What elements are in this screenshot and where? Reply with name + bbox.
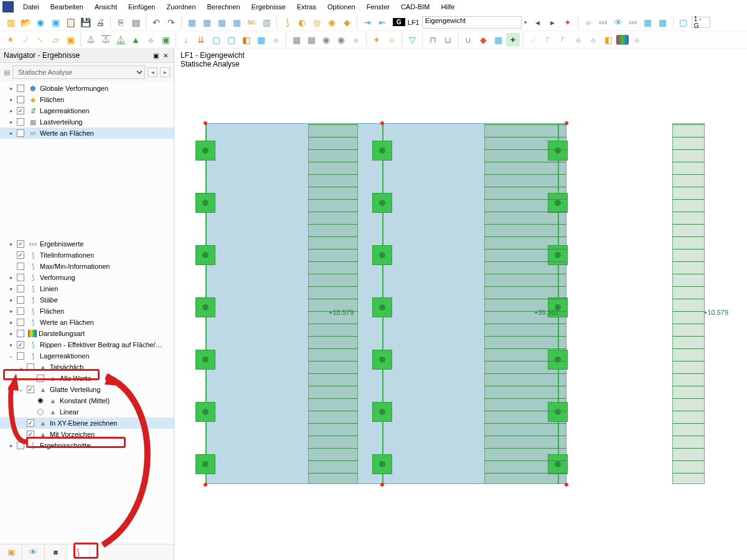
tree-item-actual[interactable]: ⌄▲Tatsächlich bbox=[0, 362, 174, 373]
t2-s2[interactable]: ⟌ bbox=[542, 33, 555, 47]
t2-s1[interactable]: ⟋ bbox=[527, 33, 540, 47]
tree-item-sign[interactable]: ▲Mit Vorzeichen bbox=[0, 429, 174, 440]
t2-sup3[interactable]: ⏅ bbox=[114, 33, 128, 47]
nav-dock-icon[interactable]: ▣ bbox=[151, 51, 160, 60]
t2-load5[interactable]: ◧ bbox=[239, 33, 253, 47]
t2-s4[interactable]: ⟐ bbox=[571, 33, 585, 47]
btn-res3[interactable]: 👁 bbox=[611, 16, 625, 29]
tree-item-ribs[interactable]: ▸⟆Rippen - Effektiver Beitrag auf Fläche… bbox=[0, 339, 174, 350]
btn-loads4[interactable]: ◉ bbox=[325, 16, 339, 29]
btn-new[interactable]: ▥ bbox=[4, 16, 17, 29]
tree-item-support-reactions[interactable]: ▸⇵Lagerreaktionen bbox=[0, 105, 174, 116]
t2-r4[interactable]: ◆ bbox=[476, 33, 490, 47]
view-dropdown[interactable]: 1 - G bbox=[692, 17, 710, 28]
t2-load3[interactable]: ▢ bbox=[209, 33, 223, 47]
btn-res6[interactable]: ▦ bbox=[656, 16, 670, 29]
tree-item-display-type[interactable]: ▸Darstellungsart bbox=[0, 328, 174, 339]
t2-s5[interactable]: ⟐ bbox=[586, 33, 600, 47]
btn-table1[interactable]: ▦ bbox=[185, 16, 199, 29]
tree-item-surfaces2[interactable]: ▸⟆Flächen bbox=[0, 306, 174, 317]
tree-item-title-info[interactable]: ⟆Titelinformationen bbox=[0, 250, 174, 261]
nav-tab-data[interactable]: ▣ bbox=[0, 544, 22, 560]
t2-load7[interactable]: ⟐ bbox=[269, 33, 283, 47]
nav-tab-display[interactable]: 👁 bbox=[22, 544, 45, 560]
t2-load2[interactable]: ⇊ bbox=[194, 33, 208, 47]
t2-sup6[interactable]: ▣ bbox=[159, 33, 172, 47]
t2-calc2[interactable]: ▦ bbox=[304, 33, 318, 47]
tree-item-result-values[interactable]: ▸xxxErgebniswerte bbox=[0, 238, 174, 250]
t2-load6[interactable]: ▦ bbox=[254, 33, 268, 47]
tree-item-surface-values2[interactable]: ▸⟆Werte an Flächen bbox=[0, 317, 174, 328]
btn-save[interactable]: 💾 bbox=[78, 16, 92, 29]
tree-item-constant[interactable]: ▲Konstant (Mittel) bbox=[0, 395, 174, 406]
t2-member[interactable]: ⟍ bbox=[34, 33, 47, 47]
t2-r1[interactable]: ⊓ bbox=[426, 33, 439, 47]
btn-calc[interactable]: ▦ bbox=[230, 16, 243, 29]
menu-ansicht[interactable]: Ansicht bbox=[89, 1, 123, 12]
t2-sup4[interactable]: ▲ bbox=[129, 33, 143, 47]
tree-item-all-values[interactable]: ▲Alle Werte bbox=[0, 373, 174, 384]
tree-item-lines[interactable]: ▸⟆Linien bbox=[0, 283, 174, 294]
tree-item-load-distribution[interactable]: ▸▦Lastverteilung bbox=[0, 116, 174, 128]
menu-hilfe[interactable]: Hilfe bbox=[435, 1, 460, 12]
btn-block[interactable]: ▣ bbox=[49, 16, 62, 29]
t2-calc1[interactable]: ▦ bbox=[289, 33, 303, 47]
nav-tab-results[interactable]: ⟆ bbox=[67, 544, 90, 560]
tree-item-maxmin[interactable]: ⟆Max/Min-Informationen bbox=[0, 261, 174, 272]
menu-optionen[interactable]: Optionen bbox=[322, 1, 361, 12]
btn-open[interactable]: 📂 bbox=[19, 16, 32, 29]
t2-sup1[interactable]: ⏃ bbox=[84, 33, 98, 47]
tree-item-smooth[interactable]: ⌄▲Glatte Verteilung bbox=[0, 384, 174, 395]
t2-last[interactable]: ⟐ bbox=[630, 33, 644, 47]
menu-fenster[interactable]: Fenster bbox=[361, 1, 395, 12]
btn-res2[interactable]: xxx bbox=[596, 16, 610, 29]
t2-solid[interactable]: ▣ bbox=[63, 33, 77, 47]
menu-berechnen[interactable]: Berechnen bbox=[202, 1, 246, 12]
tree-item-surface-values[interactable]: ▸xxWerte an Flächen bbox=[0, 128, 174, 139]
loadcase-selector[interactable]: G LF1 Eigengewicht ▾ bbox=[393, 16, 527, 29]
nav-prev-icon[interactable]: ◂ bbox=[148, 67, 157, 77]
menu-zuordnen[interactable]: Zuordnen bbox=[161, 1, 201, 12]
t2-calc4[interactable]: ◉ bbox=[334, 33, 348, 47]
menu-bearbeiten[interactable]: Bearbeiten bbox=[45, 1, 89, 12]
btn-res5[interactable]: ▦ bbox=[641, 16, 655, 29]
nav-tab-views[interactable]: ■ bbox=[45, 544, 67, 560]
t2-sup5[interactable]: ⟐ bbox=[144, 33, 157, 47]
t2-r2[interactable]: ⊔ bbox=[441, 33, 454, 47]
tree-item-members[interactable]: ▸⟆Stäbe bbox=[0, 294, 174, 306]
t2-filter[interactable]: ▽ bbox=[405, 33, 419, 47]
analysis-type-select[interactable]: Statische Analyse bbox=[12, 65, 145, 79]
nav-next-icon[interactable]: ▸ bbox=[160, 67, 170, 77]
btn-table3[interactable]: ▦ bbox=[215, 16, 228, 29]
btn-filter[interactable]: ✦ bbox=[561, 16, 575, 29]
tree-item-result-sections[interactable]: ▸⟆Ergebnisschnitte bbox=[0, 440, 174, 451]
menu-einfuegen[interactable]: Einfügen bbox=[123, 1, 161, 12]
tree-item-xy-plane[interactable]: ▲In XY-Ebene zeichnen bbox=[0, 418, 174, 429]
btn-lc-prev[interactable]: ◂ bbox=[531, 16, 545, 29]
tree-item-surfaces[interactable]: ▸◆Flächen bbox=[0, 94, 174, 105]
btn-loads3[interactable]: ◎ bbox=[310, 16, 324, 29]
t2-node[interactable]: ✶ bbox=[4, 33, 17, 47]
btn-loads5[interactable]: ◆ bbox=[340, 16, 354, 29]
btn-res1[interactable]: ⟐ bbox=[581, 16, 595, 29]
tree-item-linear[interactable]: ▲Linear bbox=[0, 406, 174, 418]
tree-item-deformation[interactable]: ▸⟆Verformung bbox=[0, 272, 174, 283]
btn-sc[interactable]: SC bbox=[245, 16, 258, 29]
t2-calc5[interactable]: ⟐ bbox=[349, 33, 363, 47]
btn-undo[interactable]: ↶ bbox=[149, 16, 163, 29]
btn-loads2[interactable]: ◐ bbox=[295, 16, 309, 29]
btn-copy[interactable]: ⎘ bbox=[114, 16, 128, 29]
menu-cadbim[interactable]: CAD-BIM bbox=[395, 1, 435, 12]
menu-extras[interactable]: Extras bbox=[291, 1, 322, 12]
t2-s3[interactable]: ⟌ bbox=[557, 33, 570, 47]
nav-close-icon[interactable]: ✕ bbox=[161, 51, 170, 60]
t2-surface[interactable]: ▱ bbox=[49, 33, 62, 47]
btn-clipboard[interactable]: 📋 bbox=[63, 16, 77, 29]
menu-datei[interactable]: Datei bbox=[17, 1, 45, 12]
t2-sup2[interactable]: ⏄ bbox=[99, 33, 113, 47]
btn-print[interactable]: 🖨 bbox=[93, 16, 107, 29]
btn-lc-next[interactable]: ▸ bbox=[546, 16, 560, 29]
btn-arrow2[interactable]: ⇤ bbox=[375, 16, 389, 29]
tree-item-global-deformations[interactable]: ▸⬢Globale Verformungen bbox=[0, 83, 174, 94]
btn-cloud[interactable]: ◉ bbox=[34, 16, 47, 29]
